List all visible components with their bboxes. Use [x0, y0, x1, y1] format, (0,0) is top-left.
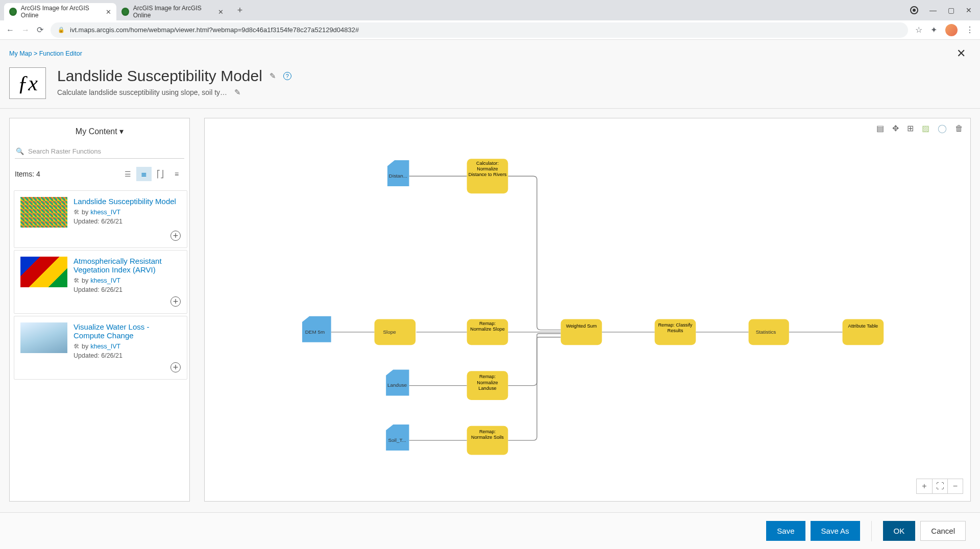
fn-node-weighted-sum[interactable]: Weighted Sum — [561, 319, 602, 345]
minimize-icon[interactable]: — — [929, 6, 937, 14]
function-canvas[interactable]: ▤ ✥ ⊞ ▨ ◯ 🗑 Distan... DEM 5m Landuse — [204, 118, 971, 502]
breadcrumb-current[interactable]: Function Editor — [39, 50, 82, 57]
content-scope-dropdown[interactable]: My Content ▾ — [10, 118, 189, 141]
browser-tab-active[interactable]: ArcGIS Image for ArcGIS Online ✕ — [4, 3, 116, 20]
fn-node-remap-slope[interactable]: Remap: Normalize Slope — [467, 319, 508, 345]
items-count: Items: 4 — [15, 170, 40, 178]
tool-icon: 🛠 — [74, 209, 80, 216]
delete-icon[interactable]: 🗑 — [955, 124, 963, 133]
close-icon[interactable]: ✕ — [106, 8, 111, 16]
item-author[interactable]: khess_IVT — [90, 277, 120, 284]
zoom-fit-button[interactable]: ⛶ — [932, 479, 947, 493]
add-raster-icon[interactable]: ▨ — [922, 123, 929, 133]
item-updated: Updated: 6/26/21 — [74, 286, 181, 293]
item-author[interactable]: khess_IVT — [90, 209, 120, 216]
pan-icon[interactable]: ✥ — [892, 123, 899, 133]
fn-node-calculator[interactable]: Calculator: Normalize Distance to Rivers — [467, 159, 508, 193]
zoom-out-button[interactable]: − — [947, 479, 963, 493]
filter-icon[interactable]: ≡ — [169, 167, 184, 181]
canvas-toolbar: ▤ ✥ ⊞ ▨ ◯ 🗑 — [876, 123, 963, 133]
item-updated: Updated: 6/26/21 — [74, 352, 181, 359]
close-panel-button[interactable]: ✕ — [951, 45, 971, 62]
maximize-icon[interactable]: ▢ — [948, 6, 954, 14]
ok-button[interactable]: OK — [883, 521, 916, 541]
fx-icon: ƒx — [9, 67, 46, 99]
svg-text:Slope: Slope — [383, 329, 397, 335]
edit-description-icon[interactable]: ✎ — [234, 88, 241, 97]
list-simple-icon[interactable]: ☰ — [120, 167, 135, 181]
editor-header: ƒx Landslide Susceptibility Model ✎ ? Ca… — [0, 65, 980, 109]
search-icon: 🔍 — [16, 147, 24, 155]
close-icon[interactable]: ✕ — [218, 8, 224, 16]
fn-node-remap-soils[interactable]: Remap: Normalize Soils — [467, 426, 508, 455]
close-window-icon[interactable]: ✕ — [966, 6, 972, 14]
svg-text:DEM 5m: DEM 5m — [305, 329, 325, 335]
input-node-dem[interactable]: DEM 5m — [302, 316, 331, 342]
properties-icon[interactable]: ▤ — [876, 123, 884, 133]
fn-node-slope[interactable]: Slope — [375, 319, 416, 345]
zoom-controls: + ⛶ − — [916, 479, 963, 494]
back-icon[interactable]: ← — [6, 26, 14, 35]
save-button[interactable]: Save — [766, 521, 805, 541]
diagram-svg: Distan... DEM 5m Landuse Soil_T... Calcu… — [205, 118, 970, 501]
search-input[interactable]: 🔍 Search Raster Functions — [15, 144, 184, 159]
item-title[interactable]: Landslide Susceptibility Model — [74, 197, 181, 206]
fn-node-remap-classify[interactable]: Remap: Classify Results — [655, 319, 696, 345]
svg-text:Statistics: Statistics — [756, 329, 776, 335]
page-description: Calculate landslide susceptibility using… — [57, 88, 227, 96]
star-icon[interactable]: ☆ — [915, 25, 922, 35]
reload-icon[interactable]: ⟳ — [37, 25, 43, 35]
cancel-button[interactable]: Cancel — [920, 521, 966, 541]
divider — [871, 521, 872, 541]
thumbnail — [20, 257, 67, 287]
input-node-landuse[interactable]: Landuse — [386, 369, 409, 395]
breadcrumb-sep: > — [34, 50, 37, 57]
item-updated: Updated: 6/26/21 — [74, 218, 181, 225]
list-detail-icon[interactable]: ≣ — [136, 167, 152, 181]
search-placeholder: Search Raster Functions — [28, 147, 101, 155]
add-item-button[interactable]: + — [20, 231, 181, 241]
thumbnail — [20, 322, 67, 353]
extensions-icon[interactable]: ✦ — [930, 25, 937, 35]
edit-title-icon[interactable]: ✎ — [270, 71, 276, 81]
item-title[interactable]: Visualize Water Loss - Compute Change — [74, 322, 181, 340]
fn-node-attribute-table[interactable]: Attribute Table — [843, 319, 884, 345]
input-node-distance[interactable]: Distan... — [387, 160, 409, 186]
sort-icon[interactable]: ⎡⎦ — [153, 167, 168, 181]
save-as-button[interactable]: Save As — [811, 521, 860, 541]
fn-node-statistics[interactable]: Statistics — [749, 319, 789, 345]
tab-title: ArcGIS Image for ArcGIS Online — [133, 5, 214, 19]
zoom-in-button[interactable]: + — [917, 479, 932, 493]
menu-icon[interactable]: ⋮ — [966, 25, 974, 35]
browser-tab-bar: ArcGIS Image for ArcGIS Online ✕ ArcGIS … — [0, 0, 980, 20]
list-item: Visualize Water Loss - Compute Change 🛠b… — [14, 316, 187, 380]
item-author[interactable]: khess_IVT — [90, 343, 120, 350]
globe-icon[interactable]: ◯ — [938, 123, 947, 133]
svg-text:Distan...: Distan... — [389, 173, 407, 179]
functions-panel: My Content ▾ 🔍 Search Raster Functions I… — [9, 118, 190, 502]
address-bar: ← → ⟳ 🔒 ivt.maps.arcgis.com/home/webmap/… — [0, 20, 980, 40]
help-icon[interactable]: ? — [283, 72, 291, 80]
footer-actions: Save Save As OK Cancel — [0, 512, 980, 549]
list-item: Landslide Susceptibility Model 🛠by khess… — [14, 190, 187, 248]
url-input[interactable]: 🔒 ivt.maps.arcgis.com/home/webmap/viewer… — [51, 22, 908, 38]
svg-text:Landuse: Landuse — [387, 382, 407, 388]
add-item-button[interactable]: + — [20, 362, 181, 373]
autolayout-icon[interactable]: ⊞ — [907, 123, 914, 133]
breadcrumb-root[interactable]: My Map — [9, 50, 32, 57]
url-text: ivt.maps.arcgis.com/home/webmap/viewer.h… — [70, 26, 359, 34]
profile-avatar[interactable] — [945, 24, 958, 36]
svg-text:Soil_T...: Soil_T... — [388, 437, 406, 443]
record-icon[interactable] — [910, 6, 918, 14]
thumbnail — [20, 197, 67, 228]
forward-icon[interactable]: → — [21, 26, 30, 35]
browser-tab-inactive[interactable]: ArcGIS Image for ArcGIS Online ✕ — [116, 3, 229, 20]
add-item-button[interactable]: + — [20, 296, 181, 307]
arcgis-favicon — [121, 8, 129, 16]
function-list[interactable]: Landslide Susceptibility Model 🛠by khess… — [10, 186, 189, 501]
fn-node-remap-landuse[interactable]: Remap: Normalize Landuse — [467, 371, 508, 400]
lock-icon: 🔒 — [58, 27, 65, 33]
input-node-soil[interactable]: Soil_T... — [386, 425, 409, 451]
new-tab-button[interactable]: + — [233, 3, 247, 17]
item-title[interactable]: Atmospherically Resistant Vegetation Ind… — [74, 257, 181, 274]
